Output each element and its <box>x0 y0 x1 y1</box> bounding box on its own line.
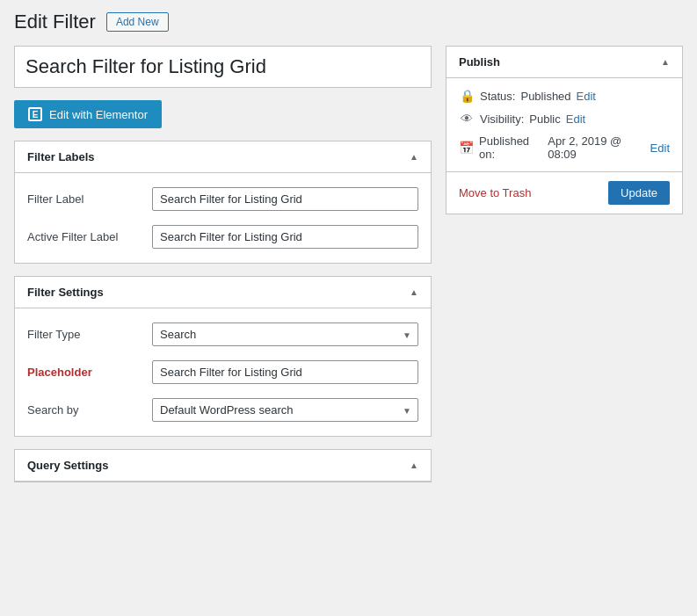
filter-settings-panel-title: Filter Settings <box>27 286 104 299</box>
visibility-row: 👁 Visibility: Public Edit <box>459 112 670 126</box>
calendar-icon: 📅 <box>459 141 474 155</box>
filter-label-label: Filter Label <box>27 187 142 206</box>
post-title-input[interactable] <box>25 55 420 78</box>
search-by-select[interactable]: Default WordPress search Title Content C… <box>152 398 418 422</box>
search-by-row: Search by Default WordPress search Title… <box>27 398 418 422</box>
publish-panel-toggle[interactable]: ▲ <box>661 57 670 67</box>
placeholder-control <box>152 360 418 384</box>
visibility-edit-link[interactable]: Edit <box>566 112 585 126</box>
status-row: 🔒 Status: Published Edit <box>459 89 670 103</box>
update-button[interactable]: Update <box>608 181 670 205</box>
search-by-select-wrapper: Default WordPress search Title Content C… <box>152 398 418 422</box>
filter-settings-toggle[interactable]: ▲ <box>410 287 418 297</box>
status-edit-link[interactable]: Edit <box>577 90 596 103</box>
visibility-label: Visibility: <box>480 112 524 126</box>
filter-type-select[interactable]: Search Checkbox Radio Select Range Slide… <box>152 322 418 346</box>
eye-icon: 👁 <box>459 112 475 126</box>
published-row: 📅 Published on: Apr 2, 2019 @ 08:09 Edit <box>459 134 670 161</box>
active-filter-label-label: Active Filter Label <box>27 225 142 243</box>
search-by-label: Search by <box>27 398 142 417</box>
filter-label-control <box>152 187 418 211</box>
placeholder-row: Placeholder <box>27 360 418 384</box>
page-title: Edit Filter <box>14 11 96 33</box>
filter-type-select-wrapper: Search Checkbox Radio Select Range Slide… <box>152 322 418 346</box>
elementor-button-wrapper: E Edit with Elementor <box>14 100 432 128</box>
published-label: Published on: <box>479 134 542 161</box>
placeholder-label: Placeholder <box>27 360 142 379</box>
publish-panel: Publish ▲ 🔒 Status: Published Edit 👁 Vis… <box>446 46 683 214</box>
lock-icon: 🔒 <box>459 89 475 103</box>
main-column: E Edit with Elementor Filter Labels ▲ Fi… <box>14 46 432 482</box>
filter-labels-panel-body: Filter Label Active Filter Label <box>15 173 431 263</box>
publish-panel-header: Publish ▲ <box>447 47 682 78</box>
filter-label-row: Filter Label <box>27 187 418 211</box>
filter-settings-panel-body: Filter Type Search Checkbox Radio Select… <box>15 308 431 436</box>
status-value: Published <box>520 90 570 103</box>
elementor-icon: E <box>28 107 42 121</box>
visibility-value: Public <box>529 112 560 126</box>
move-to-trash-link[interactable]: Move to Trash <box>459 186 531 199</box>
filter-settings-panel: Filter Settings ▲ Filter Type Search Che… <box>14 276 432 437</box>
published-edit-link[interactable]: Edit <box>650 141 670 155</box>
filter-settings-panel-header[interactable]: Filter Settings ▲ <box>15 277 431 308</box>
elementor-button-label: Edit with Elementor <box>49 108 148 121</box>
filter-labels-panel-header[interactable]: Filter Labels ▲ <box>15 141 431 173</box>
publish-panel-footer: Move to Trash Update <box>447 171 682 214</box>
add-new-button[interactable]: Add New <box>106 12 169 32</box>
publish-panel-title: Publish <box>459 55 500 69</box>
filter-type-control: Search Checkbox Radio Select Range Slide… <box>152 322 418 346</box>
post-title-box <box>14 46 432 88</box>
main-layout: E Edit with Elementor Filter Labels ▲ Fi… <box>14 46 683 482</box>
query-settings-toggle[interactable]: ▲ <box>410 460 418 470</box>
published-value: Apr 2, 2019 @ 08:09 <box>548 134 644 161</box>
filter-labels-toggle[interactable]: ▲ <box>410 152 418 162</box>
query-settings-panel: Query Settings ▲ <box>14 449 432 482</box>
active-filter-label-row: Active Filter Label <box>27 225 418 249</box>
placeholder-input[interactable] <box>152 360 418 384</box>
query-settings-panel-title: Query Settings <box>27 459 108 472</box>
query-settings-panel-header[interactable]: Query Settings ▲ <box>15 450 431 482</box>
publish-panel-body: 🔒 Status: Published Edit 👁 Visibility: P… <box>447 78 682 171</box>
search-by-control: Default WordPress search Title Content C… <box>152 398 418 422</box>
active-filter-label-input[interactable] <box>152 225 418 249</box>
filter-type-row: Filter Type Search Checkbox Radio Select… <box>27 322 418 346</box>
page-header: Edit Filter Add New <box>14 11 683 33</box>
sidebar-column: Publish ▲ 🔒 Status: Published Edit 👁 Vis… <box>446 46 683 214</box>
filter-label-input[interactable] <box>152 187 418 211</box>
status-label: Status: <box>480 90 515 103</box>
active-filter-label-control <box>152 225 418 249</box>
edit-with-elementor-button[interactable]: E Edit with Elementor <box>14 100 162 128</box>
filter-labels-panel-title: Filter Labels <box>27 150 95 163</box>
filter-labels-panel: Filter Labels ▲ Filter Label Active Filt… <box>14 141 432 264</box>
filter-type-label: Filter Type <box>27 322 142 341</box>
